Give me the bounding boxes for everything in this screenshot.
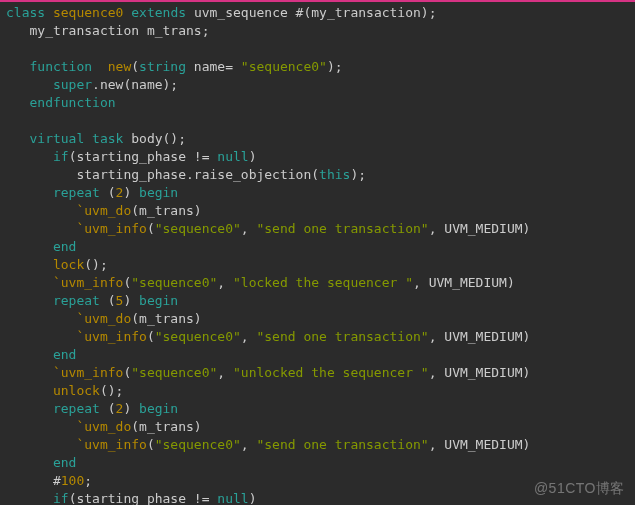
member-decl: my_transaction m_trans;: [6, 23, 210, 38]
kw-class: class: [6, 5, 53, 20]
punc: ,: [241, 437, 257, 452]
punc: );: [327, 59, 343, 74]
punc: (: [147, 221, 155, 236]
punc: ): [123, 401, 139, 416]
uvm-info: `uvm_info: [6, 329, 147, 344]
uvm-info: `uvm_info: [6, 365, 123, 380]
punc: ,: [241, 329, 257, 344]
if-cond: (starting_phase !=: [69, 491, 218, 505]
kw-endfunction: endfunction: [6, 95, 116, 110]
kw-begin: begin: [139, 401, 178, 416]
punc: (: [147, 437, 155, 452]
str-seq0: "sequence0": [155, 437, 241, 452]
num-100: 100: [61, 473, 84, 488]
code-block: class sequence0 extends uvm_sequence #(m…: [0, 2, 635, 505]
uvm-do: `uvm_do: [6, 203, 131, 218]
punc: ();: [84, 257, 107, 272]
kw-if: if: [6, 149, 69, 164]
kw-function: function: [6, 59, 108, 74]
punc: ,: [217, 275, 233, 290]
unlock-call: unlock: [6, 383, 100, 398]
raise-obj: starting_phase.raise_objection(: [6, 167, 319, 182]
punc: ();: [100, 383, 123, 398]
str-seq0: "sequence0": [155, 329, 241, 344]
kw-super: super: [6, 77, 92, 92]
str-seq0: "sequence0": [131, 275, 217, 290]
kw-repeat: repeat: [6, 293, 108, 308]
extends-type: uvm_sequence #(my_transaction);: [194, 5, 437, 20]
punc: ,: [241, 221, 257, 236]
uvm-medium: , UVM_MEDIUM): [429, 437, 531, 452]
kw-null: null: [217, 149, 248, 164]
uvm-do-arg: (m_trans): [131, 419, 201, 434]
delay-hash: #: [6, 473, 61, 488]
param-name: name=: [194, 59, 241, 74]
if-cond: (starting_phase !=: [69, 149, 218, 164]
uvm-do-arg: (m_trans): [131, 311, 201, 326]
uvm-do: `uvm_do: [6, 419, 131, 434]
punc: ): [249, 149, 257, 164]
punc: (: [147, 329, 155, 344]
uvm-info: `uvm_info: [6, 437, 147, 452]
uvm-info: `uvm_info: [6, 275, 123, 290]
kw-repeat: repeat: [6, 185, 108, 200]
task-body: body();: [131, 131, 186, 146]
super-new: .new(name);: [92, 77, 178, 92]
punc: ): [123, 185, 139, 200]
str-unlocked: "unlocked the sequencer ": [233, 365, 429, 380]
punc: ,: [217, 365, 233, 380]
uvm-do: `uvm_do: [6, 311, 131, 326]
uvm-medium: , UVM_MEDIUM): [429, 365, 531, 380]
kw-extends: extends: [131, 5, 194, 20]
punc: ): [123, 293, 139, 308]
func-new: new: [108, 59, 131, 74]
punc: ): [249, 491, 257, 505]
kw-end: end: [6, 239, 76, 254]
str-seq0: "sequence0": [131, 365, 217, 380]
str-seq0: "sequence0": [155, 221, 241, 236]
kw-end: end: [6, 455, 76, 470]
punc: ;: [84, 473, 92, 488]
str-send: "send one transaction": [256, 329, 428, 344]
punc: (: [131, 59, 139, 74]
str-send: "send one transaction": [256, 437, 428, 452]
uvm-do-arg: (m_trans): [131, 203, 201, 218]
kw-end: end: [6, 347, 76, 362]
uvm-medium: , UVM_MEDIUM): [429, 221, 531, 236]
punc: );: [350, 167, 366, 182]
classname: sequence0: [53, 5, 131, 20]
kw-string: string: [139, 59, 194, 74]
uvm-medium: , UVM_MEDIUM): [429, 329, 531, 344]
kw-task: task: [92, 131, 131, 146]
str-sequence0: "sequence0": [241, 59, 327, 74]
kw-this: this: [319, 167, 350, 182]
kw-begin: begin: [139, 185, 178, 200]
uvm-medium: , UVM_MEDIUM): [413, 275, 515, 290]
kw-virtual: virtual: [6, 131, 92, 146]
uvm-info: `uvm_info: [6, 221, 147, 236]
watermark: @51CTO博客: [534, 479, 625, 497]
str-send: "send one transaction": [256, 221, 428, 236]
lock-call: lock: [6, 257, 84, 272]
punc: (: [108, 293, 116, 308]
punc: (: [108, 185, 116, 200]
punc: (: [108, 401, 116, 416]
kw-if: if: [6, 491, 69, 505]
kw-repeat: repeat: [6, 401, 108, 416]
kw-begin: begin: [139, 293, 178, 308]
str-locked: "locked the sequencer ": [233, 275, 413, 290]
kw-null: null: [217, 491, 248, 505]
